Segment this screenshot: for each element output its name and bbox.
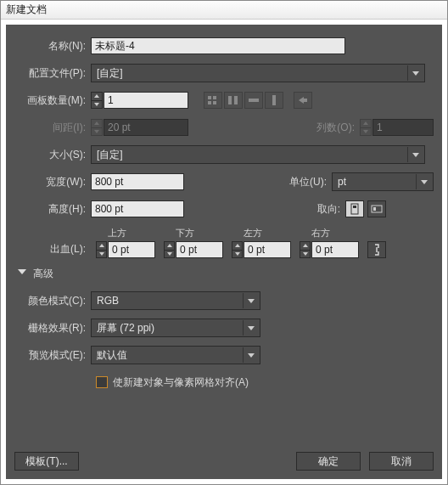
svg-marker-14 bbox=[94, 130, 99, 133]
chevron-down-icon bbox=[243, 293, 258, 308]
bleed-bottom-stepper[interactable] bbox=[164, 241, 175, 258]
svg-rect-8 bbox=[234, 96, 238, 104]
chevron-down-icon bbox=[416, 174, 431, 189]
svg-rect-21 bbox=[372, 206, 382, 212]
profile-select[interactable]: [自定] bbox=[91, 64, 425, 82]
spacing-input bbox=[104, 119, 188, 136]
raster-select[interactable]: 屏幕 (72 ppi) bbox=[91, 319, 260, 337]
bleed-label: 出血(L): bbox=[14, 242, 91, 258]
chevron-down-icon bbox=[407, 65, 423, 81]
name-input[interactable] bbox=[91, 37, 345, 54]
svg-rect-22 bbox=[373, 207, 376, 211]
bleed-bottom-input[interactable] bbox=[176, 241, 223, 258]
bleed-top-stepper[interactable] bbox=[96, 241, 107, 258]
svg-marker-13 bbox=[94, 121, 99, 125]
chevron-down-icon bbox=[243, 347, 258, 363]
bleed-link-button[interactable] bbox=[367, 241, 386, 258]
svg-rect-19 bbox=[351, 204, 358, 214]
arrange-grid-col-icon[interactable] bbox=[224, 92, 243, 109]
spacing-stepper bbox=[91, 119, 103, 136]
svg-marker-29 bbox=[303, 244, 308, 247]
svg-marker-27 bbox=[235, 244, 240, 247]
bleed-left-input[interactable] bbox=[244, 241, 291, 258]
disclosure-triangle-icon bbox=[18, 269, 26, 279]
svg-rect-12 bbox=[304, 99, 307, 102]
arrange-row-icon[interactable] bbox=[244, 92, 263, 109]
bleed-right-stepper[interactable] bbox=[300, 241, 311, 258]
width-input[interactable] bbox=[91, 173, 184, 190]
svg-marker-25 bbox=[167, 244, 172, 247]
svg-marker-16 bbox=[363, 130, 368, 133]
svg-rect-3 bbox=[208, 96, 211, 99]
svg-marker-2 bbox=[94, 103, 99, 106]
bleed-top-input[interactable] bbox=[108, 241, 155, 258]
svg-marker-30 bbox=[303, 252, 308, 256]
svg-marker-18 bbox=[421, 180, 428, 184]
colormode-label: 颜色模式(C): bbox=[14, 294, 91, 308]
spacing-label: 间距(I): bbox=[14, 121, 91, 135]
align-pixel-grid-checkbox[interactable] bbox=[96, 376, 108, 388]
svg-rect-5 bbox=[208, 101, 211, 104]
name-label: 名称(N): bbox=[14, 39, 91, 54]
svg-marker-28 bbox=[235, 252, 240, 256]
profile-label: 配置文件(P): bbox=[14, 66, 91, 81]
arrange-grid-row-icon[interactable] bbox=[204, 92, 222, 109]
orientation-portrait-button[interactable] bbox=[345, 200, 364, 217]
align-pixel-grid-label: 使新建对象与像素网格对齐(A) bbox=[113, 375, 249, 390]
chevron-down-icon bbox=[243, 320, 258, 336]
artboards-label: 画板数量(M): bbox=[14, 93, 91, 108]
svg-marker-15 bbox=[363, 121, 368, 125]
svg-rect-9 bbox=[249, 99, 259, 102]
columns-input bbox=[372, 119, 434, 136]
svg-marker-23 bbox=[99, 244, 104, 247]
artboards-input[interactable] bbox=[104, 92, 188, 109]
svg-marker-17 bbox=[412, 153, 419, 157]
advanced-section-toggle[interactable]: 高级 bbox=[18, 267, 434, 281]
bleed-left-stepper[interactable] bbox=[232, 241, 243, 258]
svg-rect-20 bbox=[353, 206, 356, 208]
width-label: 宽度(W): bbox=[14, 175, 91, 189]
svg-marker-32 bbox=[248, 326, 255, 330]
artboards-stepper[interactable] bbox=[91, 92, 103, 109]
arrange-rtl-icon[interactable] bbox=[294, 92, 312, 109]
new-document-dialog: 新建文档 名称(N): 配置文件(P): [自定] 画板数量(M): bbox=[0, 0, 448, 485]
preview-select[interactable]: 默认值 bbox=[91, 346, 260, 364]
bleed-bottom-label: 下方 bbox=[164, 227, 223, 240]
orientation-label: 取向: bbox=[277, 202, 345, 217]
svg-marker-24 bbox=[99, 252, 104, 256]
svg-rect-4 bbox=[213, 96, 216, 99]
svg-marker-26 bbox=[167, 252, 172, 256]
svg-marker-33 bbox=[248, 353, 255, 358]
svg-marker-31 bbox=[248, 299, 255, 303]
columns-stepper bbox=[360, 119, 372, 136]
bleed-left-label: 左方 bbox=[232, 227, 291, 240]
svg-rect-7 bbox=[228, 96, 232, 104]
height-input[interactable] bbox=[91, 200, 184, 217]
svg-rect-10 bbox=[272, 95, 276, 105]
svg-marker-0 bbox=[412, 71, 419, 76]
ok-button[interactable]: 确定 bbox=[296, 452, 361, 471]
chevron-down-icon bbox=[407, 147, 423, 162]
units-select[interactable]: pt bbox=[332, 172, 434, 191]
bleed-top-label: 上方 bbox=[96, 227, 155, 240]
size-label: 大小(S): bbox=[14, 148, 91, 162]
orientation-landscape-button[interactable] bbox=[367, 200, 386, 217]
bleed-right-label: 右方 bbox=[300, 227, 359, 240]
svg-marker-11 bbox=[299, 97, 304, 104]
size-select[interactable]: [自定] bbox=[91, 145, 425, 164]
units-label: 单位(U): bbox=[264, 175, 332, 189]
columns-label: 列数(O): bbox=[292, 121, 360, 135]
arrange-col-icon[interactable] bbox=[265, 92, 283, 109]
preview-label: 预览模式(E): bbox=[14, 348, 91, 363]
svg-rect-6 bbox=[213, 101, 216, 104]
titlebar: 新建文档 bbox=[1, 1, 447, 20]
colormode-select[interactable]: RGB bbox=[91, 291, 260, 310]
svg-marker-1 bbox=[94, 94, 99, 98]
raster-label: 栅格效果(R): bbox=[14, 321, 91, 336]
height-label: 高度(H): bbox=[14, 202, 91, 217]
template-button[interactable]: 模板(T)... bbox=[14, 452, 79, 471]
bleed-right-input[interactable] bbox=[311, 241, 359, 258]
cancel-button[interactable]: 取消 bbox=[369, 452, 434, 471]
